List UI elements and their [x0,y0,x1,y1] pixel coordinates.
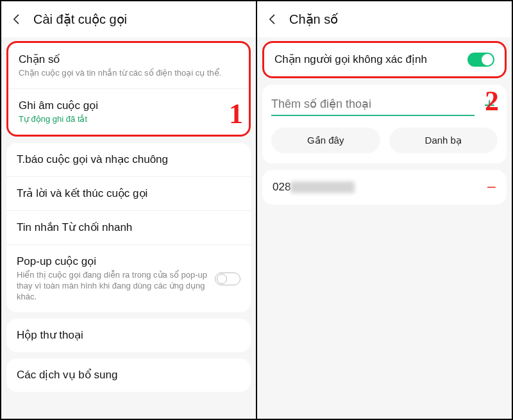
item-title: Tin nhắn Từ chối nhanh [17,221,240,235]
header: Chặn số [257,1,512,37]
item-block-numbers[interactable]: Chặn số Chặn cuộc gọi và tin nhắn từ các… [8,43,249,89]
item-call-recording[interactable]: Ghi âm cuộc gọi Tự động ghi đã tắt [8,89,249,135]
group-2: T.báo cuộc gọi và nhạc chuông Trả lời và… [6,143,251,312]
item-supplementary-services[interactable]: Các dịch vụ bổ sung [6,358,251,392]
blocked-number-row: 028 − [262,170,507,205]
item-title: Hộp thư thoại [17,328,240,342]
block-unknown-row-highlight: Chặn người gọi không xác định [262,41,507,78]
call-settings-screen: Cài đặt cuộc gọi Chặn số Chặn cuộc gọi v… [1,1,257,419]
item-quick-decline[interactable]: Tin nhắn Từ chối nhanh [6,211,251,245]
group-3: Hộp thư thoại [6,319,251,352]
phone-number-input[interactable] [271,94,475,116]
item-title: Chặn người gọi không xác định [274,53,494,67]
item-block-unknown[interactable]: Chặn người gọi không xác định [264,43,505,76]
item-title: Trả lời và kết thúc cuộc gọi [17,187,240,201]
back-icon[interactable] [266,13,279,26]
dual-screenshot: Cài đặt cuộc gọi Chặn số Chặn cuộc gọi v… [0,0,513,420]
item-title: Các dịch vụ bổ sung [17,368,240,382]
redacted-number [290,181,355,193]
item-voicemail[interactable]: Hộp thư thoại [6,319,251,352]
blocked-number: 028 [273,181,355,194]
remove-icon[interactable]: − [487,179,496,196]
item-subtitle: Chặn cuộc gọi và tin nhắn từ các số điện… [19,68,239,79]
item-title: Pop-up cuộc gọi [17,255,240,269]
blocked-number-prefix: 028 [273,181,290,194]
toggle-call-popup[interactable] [215,273,240,285]
item-subtitle: Hiển thị cuộc gọi đang diễn ra trong cửa… [17,270,240,303]
item-call-popup[interactable]: Pop-up cuộc gọi Hiển thị cuộc gọi đang d… [6,245,251,312]
add-number-card: + Gần đây Danh bạ [262,85,507,164]
phone-input-row: + [262,87,507,122]
chip-row: Gần đây Danh bạ [262,122,507,164]
item-answer-end[interactable]: Trả lời và kết thúc cuộc gọi [6,177,251,211]
block-numbers-screen: Chặn số Chặn người gọi không xác định 2 … [257,1,512,419]
page-title: Chặn số [289,12,338,27]
header: Cài đặt cuộc gọi [1,1,256,37]
item-title: T.báo cuộc gọi và nhạc chuông [17,153,240,167]
item-title: Chặn số [19,53,239,67]
add-icon[interactable]: + [481,96,498,115]
item-subtitle: Tự động ghi đã tắt [19,114,239,125]
group-1: Chặn số Chặn cuộc gọi và tin nhắn từ các… [6,41,251,137]
toggle-block-unknown[interactable] [467,53,494,67]
back-icon[interactable] [10,13,23,26]
chip-recent[interactable]: Gần đây [271,128,380,153]
group-4: Các dịch vụ bổ sung [6,358,251,392]
item-title: Ghi âm cuộc gọi [19,99,239,113]
item-alerts-ringtones[interactable]: T.báo cuộc gọi và nhạc chuông [6,143,251,177]
chip-contacts[interactable]: Danh bạ [389,128,498,153]
page-title: Cài đặt cuộc gọi [33,12,127,27]
